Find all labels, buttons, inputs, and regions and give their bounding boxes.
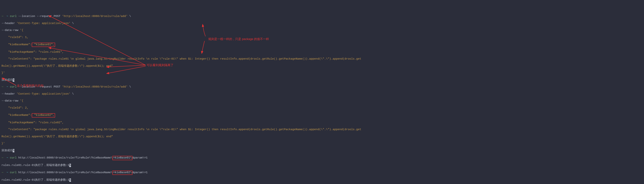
annotation-isolated: 可以看到规则隔离了 (146, 63, 174, 67)
prompt-tilde: ~ (6, 171, 8, 174)
terminal-line: → ~ curl --location --request POST 'http… (2, 85, 642, 89)
terminal-line: --header 'Content-Type: application/json… (2, 22, 642, 25)
terminal-line: "kieBaseName": "kieBase01", (2, 43, 642, 47)
box-char: % (69, 164, 71, 167)
curl-command: curl (10, 171, 16, 174)
backslash: \ (72, 22, 74, 25)
backslash: \ (129, 15, 131, 18)
terminal-line: --data-raw '{ (2, 99, 642, 103)
terminal-line: 添加成功% (2, 78, 642, 82)
method: POST (54, 15, 60, 18)
prompt-arrow: → (2, 156, 3, 159)
close-brace: }' (2, 142, 5, 145)
kiepackage-line: "kiePackageName": "rules.rule02", (2, 121, 64, 124)
terminal-line: 添加成功% (2, 149, 642, 153)
box-char: % (69, 179, 71, 182)
terminal-line: Rule().getName()).append(\"执行了，前端传递的参数:\… (2, 135, 642, 139)
highlight-fire-kiebase02: =kieBase02\ (112, 171, 132, 175)
highlight-fire-kiebase01: =kieBase01\ (112, 156, 132, 160)
terminal-line: → ~ curl --location --request POST 'http… (2, 15, 642, 18)
kiebase-key: "kieBaseName": (2, 114, 32, 117)
box-char: % (13, 149, 14, 153)
highlight-kiebase01: "kieBase01", (32, 43, 55, 47)
annotation-rule-package: 这个是规则所在的包 (17, 84, 44, 88)
prompt-tilde: ~ (6, 15, 8, 18)
prompt-arrow: → (2, 85, 3, 89)
curl-command: curl (10, 156, 16, 159)
close-brace: }' (2, 71, 5, 75)
prompt-tilde: ~ (6, 85, 8, 89)
terminal-line: → ~ curl http://localhost:8080/drools/ru… (2, 156, 642, 160)
ruleid-line: "ruleId": 1, (2, 36, 28, 39)
terminal-line: Rule().getName()).append(\"执行了，前端传递的参数:\… (2, 64, 642, 68)
terminal-line: rules.rule01.rule-01执行了，前端传递的参数:1% (2, 164, 642, 167)
terminal-line: "kiePackageName": "rules.rule02", (2, 121, 642, 125)
header-value: 'Content-Type: application/json' (16, 22, 70, 25)
box-char: % (13, 78, 14, 82)
curl-command: curl (10, 85, 16, 89)
fire-url-post: &param\=1 (132, 156, 148, 159)
result-text: 添加成功 (2, 149, 13, 152)
rulecontent-line: "ruleContent": "package rules.rule02 \n … (2, 128, 361, 131)
result-text: 添加成功 (2, 78, 13, 82)
url: 'http://localhost:8080/drools/rule/add' (62, 15, 128, 18)
data-flag: --data-raw (2, 29, 18, 32)
annotation-package: 规则是一模一样的，只是 package 的值不一样 (208, 37, 269, 41)
rulecontent-line2: Rule().getName()).append(\"执行了，前端传递的参数:\… (2, 135, 113, 138)
data-flag: --data-raw (2, 99, 18, 102)
fire-result: rules.rule01.rule-01执行了，前端传递的参数:1 (2, 164, 69, 167)
fire-url-pre: http://localhost:8080/drools/rule/fireRu… (18, 156, 112, 159)
kiebase-key: "kieBaseName": (2, 43, 32, 46)
terminal-line: }' (2, 142, 642, 145)
highlight-kiebase02: "kieBase02", (32, 113, 55, 117)
url: 'http://localhost:8080/drools/rule/add' (62, 85, 128, 89)
location-flag: --location (18, 15, 35, 18)
rulecontent-line2: Rule().getName()).append(\"执行了，前端传递的参数:\… (2, 64, 113, 68)
terminal-line: "ruleContent": "package rules.rule02 \n … (2, 128, 642, 131)
prompt-tilde: ~ (6, 156, 8, 159)
terminal-line: }' (2, 71, 642, 75)
method: POST (54, 85, 60, 89)
header-flag: --header (2, 22, 15, 25)
curl-command: curl (10, 15, 16, 18)
terminal-line: rules.rule02.rule-01执行了，前端传递的参数:1% (2, 179, 642, 182)
data-open: '{ (20, 99, 23, 102)
terminal-line: "ruleId": 2, (2, 106, 642, 110)
terminal-line: "ruleContent": "package rules.rule01 \n … (2, 57, 642, 61)
fire-result: rules.rule02.rule-01执行了，前端传递的参数:1 (2, 179, 69, 182)
terminal-line: → ~ curl http://localhost:8080/drools/ru… (2, 171, 642, 175)
terminal-line: "kiePackageName": "rules.rule01", (2, 50, 642, 54)
fire-url-post: &param\=1 (132, 171, 148, 174)
terminal-line: --header 'Content-Type: application/json… (2, 92, 642, 96)
ruleid-line: "ruleId": 2, (2, 106, 28, 109)
prompt-arrow: → (2, 171, 3, 174)
fire-url-pre: http://localhost:8080/drools/rule/fireRu… (18, 171, 112, 174)
prompt-arrow: → (2, 15, 3, 18)
kiepackage-line: "kiePackageName": "rules.rule01", (2, 50, 64, 54)
terminal-line: --data-raw '{ (2, 29, 642, 32)
terminal-line: "ruleId": 1, (2, 36, 642, 39)
header-flag: --header (2, 92, 15, 95)
data-open: '{ (20, 29, 23, 32)
request-flag: --request (37, 15, 52, 18)
header-value: 'Content-Type: application/json' (16, 92, 70, 95)
backslash: \ (72, 92, 74, 95)
rulecontent-line: "ruleContent": "package rules.rule01 \n … (2, 57, 361, 61)
terminal-line: "kieBaseName": "kieBase02", (2, 113, 642, 117)
backslash: \ (129, 85, 131, 89)
